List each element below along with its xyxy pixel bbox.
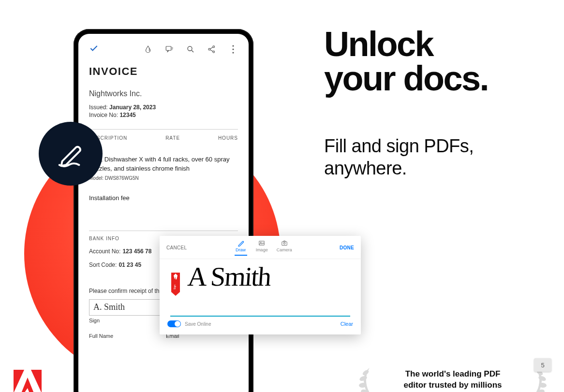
phone-mockup: INVOICE Nightworks Inc. Issued: January … <box>74 29 253 392</box>
issued-date: January 28, 2023 <box>109 104 156 111</box>
tab-draw[interactable]: Draw <box>235 240 247 256</box>
comment-icon[interactable] <box>164 44 174 54</box>
svg-line-12 <box>210 47 213 48</box>
account-label: Account No: <box>89 248 120 255</box>
column-headers: DESCRIPTION RATE HOURS <box>89 135 238 141</box>
app-toolbar <box>89 41 238 65</box>
save-online-toggle[interactable] <box>167 320 181 327</box>
invoice-num-label: Invoice No: <box>89 112 118 118</box>
clear-button[interactable]: Clear <box>341 321 353 327</box>
svg-text:Sign: Sign <box>173 285 176 290</box>
ink-icon[interactable] <box>143 44 153 54</box>
laurel-line2: editor trusted by millions <box>361 380 545 391</box>
svg-point-10 <box>208 48 210 50</box>
marketing-subhead: Fill and sign PDFs, anywhere. <box>324 135 474 179</box>
invoice-num-row: Invoice No: 12345 <box>89 112 238 118</box>
item-description: TS-1 Dishwasher X with 4 full racks, ove… <box>89 155 238 174</box>
svg-line-8 <box>192 50 193 52</box>
issued-row: Issued: January 28, 2023 <box>89 104 238 111</box>
svg-rect-3 <box>166 46 171 50</box>
adobe-sign-flag-icon: Sign <box>171 273 180 296</box>
document-title: INVOICE <box>89 65 238 78</box>
more-icon[interactable] <box>228 44 238 54</box>
svg-point-16 <box>232 52 234 53</box>
fullname-label: Full Name <box>89 333 161 339</box>
sort-value: 01 23 45 <box>119 261 141 268</box>
save-online-label: Save Online <box>185 321 211 327</box>
laurel-line1: The world's leading PDF <box>361 369 545 380</box>
svg-rect-19 <box>282 242 287 246</box>
svg-point-14 <box>232 45 234 46</box>
divider <box>89 129 238 130</box>
subhead-line2: anywhere. <box>324 158 474 180</box>
tab-camera-label: Camera <box>277 247 292 252</box>
sort-label: Sort Code: <box>89 261 117 268</box>
svg-point-9 <box>213 45 215 47</box>
svg-point-11 <box>213 51 215 53</box>
invoice-num-value: 12345 <box>119 112 135 118</box>
issued-label: Issued: <box>89 104 108 111</box>
signature-baseline <box>170 316 350 317</box>
headline-line1: Unlock <box>324 27 488 61</box>
svg-point-15 <box>232 48 234 50</box>
account-value: 123 456 78 <box>122 248 151 255</box>
svg-line-13 <box>210 49 213 51</box>
checkmark-icon[interactable] <box>89 44 99 55</box>
laurel-text: The world's leading PDF editor trusted b… <box>361 369 545 391</box>
svg-point-20 <box>283 243 285 245</box>
adobe-logo-icon <box>14 370 42 392</box>
page-number-badge: 5 <box>534 358 551 372</box>
company-name: Nightworks Inc. <box>89 89 238 98</box>
col-hours: HOURS <box>218 135 238 141</box>
signature-popup: CANCEL Draw Image Camera DONE Sign A Smi… <box>160 236 361 334</box>
tab-camera[interactable]: Camera <box>277 240 292 256</box>
tab-image-label: Image <box>256 247 268 252</box>
install-fee: Installation fee <box>89 194 238 202</box>
sign-pen-fab[interactable] <box>39 122 103 186</box>
tab-draw-label: Draw <box>236 247 246 252</box>
done-button[interactable]: DONE <box>340 245 354 250</box>
laurel-left-icon <box>358 367 384 392</box>
item-model: Model: DWS876WG5N <box>89 175 238 181</box>
subhead-line1: Fill and sign PDFs, <box>324 135 474 158</box>
marketing-headline: Unlock your docs. <box>324 27 488 95</box>
cancel-button[interactable]: CANCEL <box>166 245 187 250</box>
signature-canvas[interactable]: Sign A Smith <box>160 259 361 317</box>
award-laurels: The world's leading PDF editor trusted b… <box>361 369 545 391</box>
headline-line2: your docs. <box>324 61 488 96</box>
tab-image[interactable]: Image <box>256 240 268 256</box>
col-rate: RATE <box>165 135 180 141</box>
signature-value: A Smith <box>187 261 272 292</box>
share-icon[interactable] <box>207 44 217 54</box>
svg-point-7 <box>188 46 192 51</box>
search-icon[interactable] <box>186 44 195 54</box>
